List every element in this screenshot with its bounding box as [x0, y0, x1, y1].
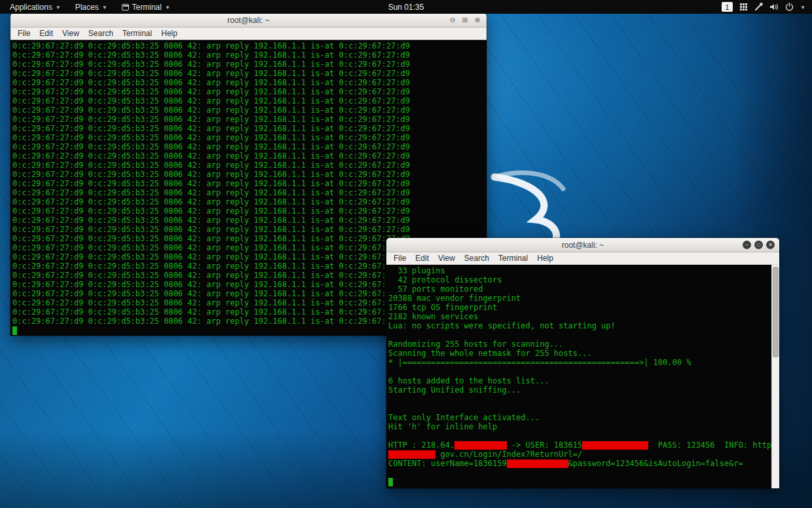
menu-file[interactable]: File — [13, 28, 35, 39]
terminal-label: Terminal — [132, 3, 162, 12]
menu-view[interactable]: View — [58, 28, 84, 39]
terminal-line: gov.cn/Login/Index?ReturnUrl=/ — [388, 450, 771, 459]
terminal-cursor-line — [388, 477, 771, 486]
places-label: Places — [75, 3, 99, 12]
menu-edit[interactable]: Edit — [411, 252, 434, 264]
menu-help[interactable]: Help — [532, 252, 558, 264]
terminal-line: 0:c:29:67:27:d9 0:c:29:d5:b3:25 0806 42:… — [12, 69, 487, 78]
applications-menu[interactable]: Applications ▼ — [4, 0, 67, 14]
terminal-line: 0:c:29:67:27:d9 0:c:29:d5:b3:25 0806 42:… — [12, 151, 487, 161]
terminal-line: 0:c:29:67:27:d9 0:c:29:d5:b3:25 0806 42:… — [12, 225, 487, 234]
block-cursor — [388, 478, 393, 486]
terminal-line — [388, 395, 771, 404]
terminal-line: 0:c:29:67:27:d9 0:c:29:d5:b3:25 0806 42:… — [12, 142, 487, 151]
terminal-line: 6 hosts added to the hosts list... — [388, 376, 771, 385]
minimize-button[interactable]: ⊖ — [448, 16, 457, 24]
terminal-line: 57 ports monitored — [388, 284, 771, 294]
terminal-line: 0:c:29:67:27:d9 0:c:29:d5:b3:25 0806 42:… — [12, 188, 487, 197]
terminal-line: Lua: no scripts were specified, not star… — [388, 321, 771, 330]
terminal-line — [388, 367, 771, 376]
terminal-line: 0:c:29:67:27:d9 0:c:29:d5:b3:25 0806 42:… — [12, 197, 487, 206]
terminal-line: 0:c:29:67:27:d9 0:c:29:d5:b3:25 0806 42:… — [12, 78, 487, 87]
terminal-line: 0:c:29:67:27:d9 0:c:29:d5:b3:25 0806 42:… — [12, 161, 487, 170]
power-icon[interactable] — [785, 3, 794, 11]
terminal-line: 0:c:29:67:27:d9 0:c:29:d5:b3:25 0806 42:… — [12, 87, 487, 96]
terminal-line: Hit 'h' for inline help — [388, 422, 771, 431]
terminal-line: 0:c:29:67:27:d9 0:c:29:d5:b3:25 0806 42:… — [12, 115, 487, 124]
chevron-down-icon: ▼ — [165, 5, 170, 10]
menu-search[interactable]: Search — [460, 252, 494, 264]
terminal-appmenu[interactable]: Terminal ▼ — [116, 0, 176, 14]
scrollbar[interactable] — [771, 265, 779, 488]
clock[interactable]: Sun 01:35 — [388, 3, 424, 12]
places-menu[interactable]: Places ▼ — [69, 0, 113, 14]
terminal-line: 0:c:29:67:27:d9 0:c:29:d5:b3:25 0806 42:… — [12, 96, 487, 106]
terminal-line: 1766 tcp OS fingerprint — [388, 303, 771, 312]
window1-menubar: FileEditViewSearchTerminalHelp — [10, 28, 487, 40]
menu-search[interactable]: Search — [84, 28, 118, 39]
terminal-line: 0:c:29:67:27:d9 0:c:29:d5:b3:25 0806 42:… — [12, 124, 487, 133]
applications-label: Applications — [10, 3, 52, 12]
terminal-line: HTTP : 218.64. -> USER: 183615 PASS: 123… — [388, 440, 771, 450]
terminal-line: 0:c:29:67:27:d9 0:c:29:d5:b3:25 0806 42:… — [12, 41, 487, 50]
terminal-line: 0:c:29:67:27:d9 0:c:29:d5:b3:25 0806 42:… — [12, 216, 487, 225]
terminal-line: Starting Unified sniffing... — [388, 385, 771, 395]
menu-terminal[interactable]: Terminal — [494, 252, 532, 264]
redaction-box — [582, 441, 648, 450]
terminal-line: CONTENT: userName=1836159&password=12345… — [388, 459, 771, 468]
redaction-box — [454, 441, 506, 450]
window1-titlebar[interactable]: root@kali: ~ ⊖ ⊞ ⊗ — [10, 13, 487, 28]
terminal-window-ettercap: root@kali: ~ − □ ✕ FileEditViewSearchTer… — [386, 238, 779, 488]
window2-titlebar[interactable]: root@kali: ~ − □ ✕ — [386, 238, 779, 252]
window1-title: root@kali: ~ — [227, 16, 270, 25]
chevron-down-icon: ▼ — [102, 5, 107, 10]
workspace-badge[interactable]: 1 — [722, 2, 733, 12]
terminal-line: 0:c:29:67:27:d9 0:c:29:d5:b3:25 0806 42:… — [12, 50, 487, 60]
chevron-down-icon[interactable]: ▼ — [800, 5, 805, 10]
maximize-button[interactable]: □ — [754, 241, 763, 249]
tools-icon[interactable] — [754, 3, 763, 11]
menu-help[interactable]: Help — [157, 28, 182, 39]
menu-terminal[interactable]: Terminal — [118, 28, 157, 39]
menu-file[interactable]: File — [389, 252, 411, 264]
terminal-line — [388, 404, 771, 413]
terminal-line: 0:c:29:67:27:d9 0:c:29:d5:b3:25 0806 42:… — [12, 60, 487, 69]
terminal-line: Text only Interface activated... — [388, 413, 771, 422]
terminal-line: * |=====================================… — [388, 358, 771, 367]
minimize-button[interactable]: − — [743, 241, 751, 249]
close-button[interactable]: ✕ — [766, 241, 775, 249]
scrollbar-thumb[interactable] — [773, 267, 779, 357]
terminal-line: Scanning the whole netmask for 255 hosts… — [388, 349, 771, 358]
menu-edit[interactable]: Edit — [35, 28, 58, 39]
redaction-box — [388, 450, 435, 459]
terminal-line — [388, 468, 771, 477]
window2-menubar: FileEditViewSearchTerminalHelp — [386, 252, 779, 265]
volume-icon[interactable] — [769, 3, 779, 11]
block-cursor — [12, 326, 17, 335]
terminal-line: 2182 known services — [388, 312, 771, 321]
chevron-down-icon: ▼ — [56, 5, 61, 10]
close-button[interactable]: ⊗ — [473, 16, 482, 24]
terminal-line: 0:c:29:67:27:d9 0:c:29:d5:b3:25 0806 42:… — [12, 206, 487, 216]
menu-view[interactable]: View — [434, 252, 460, 264]
terminal-line: 0:c:29:67:27:d9 0:c:29:d5:b3:25 0806 42:… — [12, 179, 487, 188]
terminal-window-icon — [122, 4, 129, 10]
terminal-line: 33 plugins — [388, 266, 771, 275]
terminal-line: 42 protocol dissectors — [388, 275, 771, 284]
terminal-line — [388, 330, 771, 340]
terminal-line: 0:c:29:67:27:d9 0:c:29:d5:b3:25 0806 42:… — [12, 106, 487, 115]
redaction-box — [507, 459, 568, 468]
terminal-line — [388, 431, 771, 440]
terminal2-body[interactable]: 33 plugins 42 protocol dissectors 57 por… — [386, 265, 779, 488]
terminal-line: 20388 mac vendor fingerprint — [388, 294, 771, 303]
terminal-line: 0:c:29:67:27:d9 0:c:29:d5:b3:25 0806 42:… — [12, 133, 487, 142]
window2-title: root@kali: ~ — [562, 241, 604, 250]
apps-grid-icon[interactable] — [739, 3, 748, 11]
top-panel: Applications ▼ Places ▼ Terminal ▼ Sun 0… — [0, 0, 812, 14]
maximize-button[interactable]: ⊞ — [460, 16, 470, 24]
terminal-line: 0:c:29:67:27:d9 0:c:29:d5:b3:25 0806 42:… — [12, 170, 487, 179]
terminal-line: Randomizing 255 hosts for scanning... — [388, 340, 771, 349]
